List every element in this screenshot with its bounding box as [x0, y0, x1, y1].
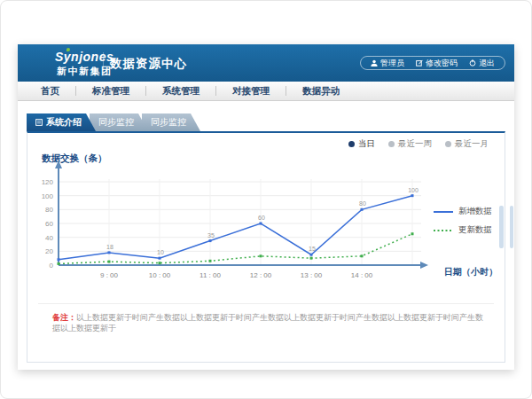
svg-text:12 : 00: 12 : 00 [250, 271, 272, 279]
nav-item-standard-mgmt[interactable]: 标准管理 [76, 85, 145, 98]
svg-text:80: 80 [45, 206, 53, 214]
current-user-button[interactable]: 管理员 [371, 58, 404, 69]
tab-sync-monitor-1[interactable]: 同步监控 [90, 113, 148, 131]
document-icon [35, 119, 43, 126]
footnote-text: 以上数据更新于时间产生数据以上数据更新于时间产生数据以上数据更新于时间产生数据以… [52, 313, 483, 332]
nav-item-data-changes[interactable]: 数据异动 [286, 85, 356, 98]
svg-text:18: 18 [106, 244, 113, 250]
nav-item-system-mgmt[interactable]: 系统管理 [146, 85, 215, 98]
radio-dot-icon [388, 141, 395, 147]
svg-text:100: 100 [408, 187, 419, 193]
nav-item-home[interactable]: 首页 [25, 85, 75, 98]
svg-text:10: 10 [157, 249, 164, 255]
svg-text:40: 40 [45, 234, 53, 242]
tab-system-intro[interactable]: 系统介绍 [27, 113, 96, 131]
footnote: 备注：以上数据更新于时间产生数据以上数据更新于时间产生数据以上数据更新于时间产生… [52, 312, 490, 333]
page-container: Synjones 新中新集团 数据资源中心 管理员 修改密码 退出 首页 标准管… [18, 44, 514, 370]
svg-text:14 : 00: 14 : 00 [351, 271, 373, 279]
user-icon [371, 59, 378, 66]
header-divider [103, 52, 104, 74]
tab-sync-monitor-2[interactable]: 同步监控 [142, 113, 200, 131]
header-bar: Synjones 新中新集团 数据资源中心 管理员 修改密码 退出 [18, 44, 514, 82]
company-logo: Synjones 新中新集团 [55, 50, 113, 78]
scrollbar-thumb[interactable] [499, 206, 504, 248]
chart-panel: 当日 最近一周 最近一月 数据交换（条） 0204060801001209 : … [27, 131, 505, 363]
change-password-button[interactable]: 修改密码 [416, 58, 458, 69]
svg-text:13 : 00: 13 : 00 [301, 271, 323, 279]
app-title: 数据资源中心 [110, 56, 187, 72]
logo-text: Synjones [55, 50, 113, 64]
svg-text:120: 120 [42, 178, 54, 186]
footnote-label: 备注： [52, 313, 76, 322]
line-chart: 0204060801001209 : 0010 : 0011 : 0012 : … [27, 156, 444, 291]
svg-text:11 : 00: 11 : 00 [200, 271, 221, 279]
solid-line-swatch [434, 210, 453, 214]
svg-text:0: 0 [50, 262, 54, 270]
svg-text:80: 80 [359, 200, 366, 207]
dotted-line-swatch [434, 229, 453, 232]
radio-dot-icon [348, 141, 355, 147]
svg-text:35: 35 [207, 232, 215, 239]
power-icon [469, 59, 476, 66]
chart-legend: 新增数据 更新数据 [434, 206, 492, 243]
svg-text:20: 20 [45, 247, 53, 255]
radio-last-month[interactable]: 最近一月 [445, 138, 489, 150]
logout-button[interactable]: 退出 [469, 58, 495, 69]
time-range-filter: 当日 最近一周 最近一月 [348, 138, 489, 150]
tab-bar: 系统介绍 同步监控 同步监控 [27, 113, 514, 131]
svg-text:9 : 00: 9 : 00 [100, 271, 119, 279]
scrollbar-thumb[interactable] [510, 206, 513, 248]
legend-item-updated-data: 更新数据 [434, 224, 492, 236]
svg-text:60: 60 [45, 220, 53, 228]
svg-text:15: 15 [309, 246, 316, 252]
panel-divider [38, 303, 494, 304]
main-nav: 首页 标准管理 系统管理 对接管理 数据异动 [18, 82, 514, 101]
svg-text:100: 100 [42, 192, 54, 200]
edit-icon [416, 59, 423, 66]
user-toolbar: 管理员 修改密码 退出 [360, 56, 505, 70]
x-axis-title: 日期（小时） [444, 266, 497, 278]
radio-dot-icon [445, 141, 451, 147]
radio-last-week[interactable]: 最近一周 [388, 138, 432, 150]
logo-leaf-icon [66, 48, 70, 51]
radio-today[interactable]: 当日 [348, 138, 375, 150]
nav-item-interface-mgmt[interactable]: 对接管理 [216, 85, 286, 98]
svg-text:10 : 00: 10 : 00 [149, 271, 171, 279]
svg-text:60: 60 [258, 215, 265, 221]
legend-item-new-data: 新增数据 [434, 206, 492, 217]
logo-subtext: 新中新集团 [55, 65, 113, 78]
